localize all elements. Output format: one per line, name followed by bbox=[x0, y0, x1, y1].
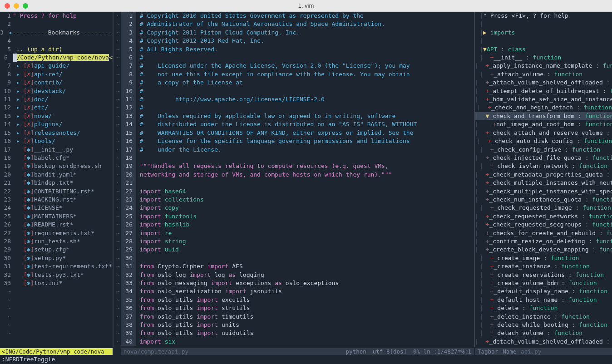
editor-line[interactable]: 10 # bbox=[121, 87, 474, 95]
editor-line[interactable]: 30 bbox=[121, 254, 474, 262]
tagbar-row[interactable]: | +_default_display_name : function bbox=[475, 287, 612, 295]
tagbar-row[interactable]: | +_bdm_validate_set_size_and_instance bbox=[475, 95, 612, 103]
tagbar-row[interactable]: | +_attempt_delete_of_buildrequest : fu bbox=[475, 87, 612, 95]
tagbar-row[interactable]: | +_detach_volume : function bbox=[475, 329, 612, 337]
tagbar-row[interactable]: | +_default_host_name : function bbox=[475, 296, 612, 304]
nerdtree-row[interactable]: 13 ▸ [✗]nova/ bbox=[0, 112, 113, 120]
editor-line[interactable]: 32 from oslo_log import log as logging bbox=[121, 271, 474, 279]
nerdtree-row[interactable]: 18 [✱]babel.cfg* bbox=[0, 154, 113, 162]
nerdtree-row[interactable]: 1" Press ? for help bbox=[0, 12, 113, 20]
tagbar-row[interactable]: | +_apply_instance_name_template : func bbox=[475, 62, 612, 70]
nerdtree-row[interactable]: 31 [✱]test-requirements.txt* bbox=[0, 262, 113, 271]
nerdtree-row[interactable]: 32 [✱]tests-py3.txt* bbox=[0, 271, 113, 279]
tagbar-row[interactable]: | +_check_requested_image : function bbox=[475, 204, 612, 212]
nerdtree-row[interactable]: 4 bbox=[0, 37, 113, 45]
zoom-icon[interactable] bbox=[23, 3, 28, 9]
nerdtree-row[interactable]: 19 [✱]backup_wordpress.sh bbox=[0, 162, 113, 170]
tagbar-row[interactable]: | +_check_multiple_instances_with_neutr bbox=[475, 179, 612, 187]
nerdtree-row[interactable]: 2 bbox=[0, 20, 113, 28]
tagbar-row[interactable]: | +_check_injected_file_quota : functio bbox=[475, 154, 612, 162]
tagbar-row[interactable]: | +_check_requested_networks : function bbox=[475, 212, 612, 221]
editor-line[interactable]: 9 # a copy of the License at bbox=[121, 79, 474, 87]
tagbar-row[interactable]: | +not_image_and_root_bdm : function bbox=[475, 120, 612, 128]
nerdtree-row[interactable]: 6 /Code/Python/vmp-code/nova< bbox=[0, 54, 113, 62]
editor-line[interactable]: 18 bbox=[121, 154, 474, 162]
tagbar-row[interactable]: |▼API : class bbox=[475, 45, 612, 54]
tagbar-row[interactable]: | +_create_instance : function bbox=[475, 262, 612, 271]
nerdtree-row[interactable]: 26 [✱]README.rst* bbox=[0, 221, 113, 229]
editor-line[interactable]: 3 # Copyright 2011 Piston Cloud Computin… bbox=[121, 29, 474, 37]
nerdtree-row[interactable]: 25 [✱]MAINTAINERS* bbox=[0, 212, 113, 221]
editor-line[interactable]: 20 networking and storage of VMs, and co… bbox=[121, 171, 474, 179]
editor-line[interactable]: 17 # under the License. bbox=[121, 146, 474, 154]
nerdtree-row[interactable]: 28 [✱]run_tests.sh* bbox=[0, 237, 113, 246]
editor-line[interactable]: 40 import six bbox=[121, 338, 474, 346]
editor-line[interactable]: 19 """Handles all requests relating to c… bbox=[121, 162, 474, 170]
editor-line[interactable]: 13 # Unless required by applicable law o… bbox=[121, 112, 474, 120]
tagbar-row[interactable]: | +_create_volume_bdm : function bbox=[475, 279, 612, 287]
editor-line[interactable]: 16 # License for the specific language g… bbox=[121, 137, 474, 145]
nerdtree-row[interactable]: 33 [✱]tox.ini* bbox=[0, 279, 113, 287]
editor-line[interactable]: 31 from Crypto.Cipher import AES bbox=[121, 262, 474, 271]
nerdtree-row[interactable]: 29 [✱]setup.cfg* bbox=[0, 246, 113, 254]
editor-line[interactable]: 35 from oslo_utils import excutils bbox=[121, 296, 474, 304]
editor-line[interactable]: 7 # Licensed under the Apache License, V… bbox=[121, 62, 474, 70]
nerdtree-row[interactable]: 11 ▸ [✗]doc/ bbox=[0, 95, 113, 103]
editor-line[interactable]: 22 import base64 bbox=[121, 187, 474, 196]
tagbar-row[interactable]: | +_confirm_resize_on_deleting : functi bbox=[475, 237, 612, 246]
nerdtree-row[interactable]: 27 [✱]requirements.txt* bbox=[0, 229, 113, 237]
editor-line[interactable]: 6 # bbox=[121, 54, 474, 62]
tagbar-row[interactable]: | +_create_image : function bbox=[475, 254, 612, 262]
command-line[interactable]: :NERDTreeToggle bbox=[0, 356, 612, 364]
nerdtree-row[interactable]: 16 ▸ [✗]tools/ bbox=[0, 137, 113, 145]
nerdtree-row[interactable]: 30 [✱]setup.py* bbox=[0, 254, 113, 262]
editor-pane[interactable]: 1 # Copyright 2010 United States Governm… bbox=[121, 12, 474, 347]
editor-line[interactable]: 29 import uuid bbox=[121, 246, 474, 254]
editor-line[interactable]: 34 from oslo_serialization import jsonut… bbox=[121, 287, 474, 295]
nerdtree-row[interactable]: 5 .. (up a dir) bbox=[0, 45, 113, 54]
editor-line[interactable]: 25 import functools bbox=[121, 212, 474, 221]
tagbar-row[interactable]: |" Press <F1>, ? for help bbox=[475, 12, 612, 20]
nerdtree-row[interactable]: 21 [✱]bindep.txt* bbox=[0, 179, 113, 187]
editor-line[interactable]: 14 # distributed under the License is di… bbox=[121, 120, 474, 128]
editor-line[interactable]: 4 # Copyright 2012-2013 Red Hat, Inc. bbox=[121, 37, 474, 45]
editor-line[interactable]: 15 # WARRANTIES OR CONDITIONS OF ANY KIN… bbox=[121, 129, 474, 137]
tagbar-row[interactable]: | +_check_auto_disk_config : function bbox=[475, 137, 612, 145]
tagbar-row[interactable]: | +__init__ : function bbox=[475, 54, 612, 62]
editor-line[interactable]: 26 import hashlib bbox=[121, 221, 474, 229]
tagbar-row[interactable]: | +_checks_for_create_and_rebuild : fun bbox=[475, 229, 612, 237]
editor-line[interactable]: 28 import string bbox=[121, 237, 474, 246]
tagbar-row[interactable]: | +_check_num_instances_quota : functio bbox=[475, 196, 612, 204]
editor-line[interactable]: 38 from oslo_utils import units bbox=[121, 321, 474, 329]
editor-line[interactable]: 2 # Administrator of the National Aerona… bbox=[121, 20, 474, 28]
tagbar-row[interactable]: | ▼_check_and_transform_bdm : function bbox=[475, 112, 612, 120]
nerdtree-row[interactable]: 14 ▸ [✗]plugins/ bbox=[0, 120, 113, 128]
tagbar-row[interactable]: | +_delete : function bbox=[475, 304, 612, 312]
tagbar-row[interactable]: |▶ imports bbox=[475, 29, 612, 37]
tagbar-row[interactable]: | +_check_config_drive : function bbox=[475, 146, 612, 154]
nerdtree-row[interactable]: 9 ▸ [✗]contrib/ bbox=[0, 79, 113, 87]
close-icon[interactable] bbox=[5, 3, 10, 9]
nerdtree-pane[interactable]: 1" Press ? for help23 ▸----------Bookmar… bbox=[0, 12, 113, 347]
editor-line[interactable]: 21 bbox=[121, 179, 474, 187]
tagbar-row[interactable]: | +_check_metadata_properties_quota : f bbox=[475, 171, 612, 179]
editor-line[interactable]: 24 import copy bbox=[121, 204, 474, 212]
tagbar-row[interactable]: | +_check_requested_secgroups : functio bbox=[475, 221, 612, 229]
editor-line[interactable]: 12 # bbox=[121, 103, 474, 112]
tagbar-row[interactable]: | +_check_attach_and_reserve_volume : f bbox=[475, 129, 612, 137]
tagbar-row[interactable]: | +_attach_volume_shelved_offloaded : f bbox=[475, 79, 612, 87]
tagbar-row[interactable]: | +_check_isvlan_network : function bbox=[475, 162, 612, 170]
nerdtree-row[interactable]: 8 ▸ [✗]api-ref/ bbox=[0, 70, 113, 79]
tagbar-row[interactable]: | bbox=[475, 20, 612, 28]
minimize-icon[interactable] bbox=[14, 3, 19, 9]
nerdtree-row[interactable]: 10 ▸ [✗]devstack/ bbox=[0, 87, 113, 95]
nerdtree-row[interactable]: 12 ▸ [✗]etc/ bbox=[0, 103, 113, 112]
tagbar-row[interactable]: | +_create_block_device_mapping : funct bbox=[475, 246, 612, 254]
nerdtree-row[interactable]: 3 ▸----------Bookmarks---------- bbox=[0, 29, 113, 37]
nerdtree-row[interactable]: 23 [✱]HACKING.rst* bbox=[0, 196, 113, 204]
tagbar-row[interactable]: | +_check_multiple_instances_with_speci bbox=[475, 187, 612, 196]
editor-line[interactable]: 27 import re bbox=[121, 229, 474, 237]
tagbar-row[interactable]: | +_delete_instance : function bbox=[475, 313, 612, 321]
tagbar-row[interactable]: | +_attach_volume : function bbox=[475, 70, 612, 79]
tagbar-row[interactable]: | +_check_and_begin_detach : function bbox=[475, 103, 612, 112]
